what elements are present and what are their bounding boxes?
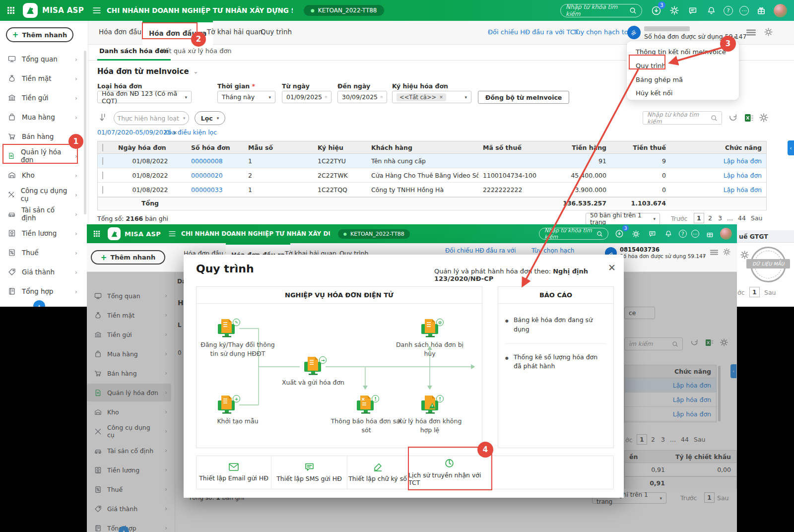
page-settings-gear-icon[interactable] [764, 28, 773, 36]
section-title-row[interactable]: Hóa đơn từ meInvoice ⌄ [97, 67, 198, 76]
table-row[interactable]: 01/08/2022 00000008 1 1C22TYU Tên nhà cu… [98, 154, 766, 168]
page-settings-gear-icon[interactable] [723, 248, 730, 256]
bg-page-next[interactable]: Sau [764, 289, 776, 296]
more-options-icon[interactable]: ⋯ [691, 230, 699, 238]
company-title[interactable]: CHI NHÁNH DOANH NGHIỆP TƯ NHÂN XÂY DỰNG … [181, 230, 330, 237]
col-mau-so[interactable]: Mẫu số [244, 144, 313, 151]
apps-grid-icon[interactable] [91, 228, 103, 240]
whats-new-icon[interactable] [704, 228, 716, 240]
invoice-number-link[interactable]: 00000033 [187, 186, 244, 194]
col-so-hoa-don[interactable]: Số hóa đơn [187, 144, 244, 151]
flow-node-khoi-tao-icon[interactable]: + [215, 394, 238, 415]
invoice-number-link[interactable]: 00000020 [187, 172, 244, 179]
sidebar-item-thue[interactable]: Thuế› [0, 243, 82, 262]
lap-hoa-don-link[interactable]: Lập hóa đơn [670, 157, 766, 165]
download-center-icon[interactable]: 3 [613, 228, 625, 240]
col-ngay-hoa-don[interactable]: Ngày hóa đơn [114, 144, 187, 151]
setup-sms-button[interactable]: Thiết lập SMS gửi HĐ [271, 456, 347, 489]
col-ky-hieu[interactable]: Ký hiệu [313, 144, 367, 151]
help-icon[interactable]: ? [724, 6, 733, 15]
sidebar-item-tong-quan[interactable]: Tổng quan› [0, 50, 82, 68]
bg-page-prev-fragment[interactable]: ớc [737, 289, 745, 296]
sidebar-item-mua-hang[interactable]: Mua hàng› [0, 108, 82, 127]
help-icon[interactable]: ? [679, 230, 687, 238]
session-badge[interactable]: ● KETOAN_2022-TT88 [304, 5, 384, 16]
page-3[interactable]: 3 [716, 213, 725, 223]
apps-grid-icon[interactable] [5, 4, 17, 16]
section-collapse-icon[interactable]: ⌄ [194, 68, 198, 75]
settings-gear-icon[interactable] [630, 228, 642, 240]
collapse-panel-tab[interactable]: ‹ [788, 140, 794, 155]
lap-hoa-don-link[interactable]: Lập hóa đơn [670, 172, 766, 179]
modal-close-icon[interactable]: ✕ [608, 262, 616, 273]
sidebar-item-tien-mat[interactable]: Tiền mặt› [0, 69, 82, 88]
chat-icon[interactable] [687, 4, 699, 16]
flow-node-xu-ly-icon[interactable]: ! [419, 394, 442, 415]
bg-gear-icon[interactable] [740, 251, 749, 259]
sort-icon[interactable] [99, 113, 107, 123]
session-badge[interactable]: ● KETOAN_2022-TT88 [338, 229, 410, 239]
meinvoice-caret-icon[interactable]: ▾ [703, 254, 705, 259]
rows-view-icon[interactable] [710, 249, 718, 256]
table-search-input[interactable]: Nhập từ khóa tìm kiếm [643, 111, 722, 125]
filter-type-select[interactable]: Hóa đơn NĐ 123 (Có mã CQT)▾ [97, 91, 192, 103]
sidebar-item-tien-luong[interactable]: Tiền lương› [0, 224, 82, 243]
flow-node-xuat-gui-icon[interactable]: → [302, 355, 325, 376]
sidebar-scrollbar[interactable] [84, 51, 86, 214]
page-next[interactable]: Sau [748, 213, 765, 223]
clear-filter-link[interactable]: Xóa điều kiện lọc [164, 129, 217, 136]
sidebar-item-tien-gui[interactable]: Tiền gửi› [0, 88, 82, 107]
filter-period-select[interactable]: Tháng này▾ [217, 91, 275, 103]
select-all-checkbox[interactable] [102, 144, 103, 151]
chip-remove-icon[interactable]: ✕ [439, 95, 443, 100]
report-item-thong-ke[interactable]: ● Thống kê số lượng hóa đơn đã phát hành [498, 344, 613, 381]
col-chuc-nang[interactable]: Chức năng [670, 144, 766, 151]
menu-item-huy-ket-noi[interactable]: Hủy kết nối [636, 89, 672, 97]
filter-from-date[interactable]: 01/09/2025 [282, 91, 331, 103]
page-44[interactable]: 44 [735, 213, 748, 223]
whats-new-icon[interactable] [755, 4, 767, 16]
chat-icon[interactable] [646, 228, 658, 240]
user-avatar[interactable] [774, 4, 787, 17]
flow-node-thong-bao-icon[interactable]: ! [354, 394, 377, 415]
report-item-bang-ke[interactable]: ● Bảng kê hóa đơn đang sử dụng [498, 304, 613, 343]
user-avatar[interactable] [720, 228, 732, 240]
lap-hoa-don-link[interactable]: Lập hóa đơn [670, 186, 766, 194]
bg-page-1[interactable]: 1 [749, 287, 760, 297]
sync-meinvoice-button[interactable]: Đồng bộ từ meInvoice [478, 91, 569, 104]
page-2[interactable]: 2 [706, 213, 715, 223]
filter-serial-multiselect[interactable]: <<Tất cả>>✕ ▾ [392, 91, 471, 103]
table-row[interactable]: 01/08/2022 00000020 2 2C22TWK Cửa Hàng C… [98, 168, 766, 183]
sidebar-item-gia-thanh[interactable]: Giá thành› [0, 263, 82, 281]
col-tien-hang[interactable]: Tiền hàng [541, 144, 611, 151]
sidebar-item-kho[interactable]: Kho› [0, 166, 82, 185]
flow-node-dang-ky-icon[interactable]: ✎ [215, 318, 238, 338]
refresh-icon[interactable] [728, 113, 738, 123]
company-title[interactable]: CHI NHÁNH DOANH NGHIỆP TƯ NHÂN XÂY DỰNG … [107, 6, 293, 14]
serial-chip[interactable]: <<Tất cả>>✕ [397, 93, 446, 101]
export-excel-icon[interactable] [744, 113, 754, 123]
tab-quy-trinh[interactable]: Quy trình [254, 21, 298, 45]
menu-burger-icon[interactable] [91, 4, 103, 16]
table-settings-gear-icon[interactable] [759, 113, 768, 122]
sidebar-collapse-up-button[interactable]: ▲ [33, 300, 45, 307]
col-tien-thue[interactable]: Tiền thuế [611, 144, 670, 151]
sidebar-item-cong-cu-dung-cu[interactable]: Công cụ dụng cụ› [0, 185, 82, 204]
rows-view-icon[interactable] [746, 29, 756, 36]
settings-gear-icon[interactable] [668, 4, 680, 16]
bulk-actions-button[interactable]: Thực hiện hàng loạt▾ [114, 111, 189, 125]
sidebar-item-tong-hop[interactable]: Tổng hợp› [0, 282, 82, 301]
invoice-number-link[interactable]: 00000008 [187, 157, 244, 165]
notifications-bell-icon[interactable] [705, 4, 717, 16]
setup-email-button[interactable]: Thiết lập Email gửi HĐ [197, 456, 271, 489]
quick-add-button[interactable]: + Thêm nhanh [6, 27, 73, 42]
meinvoice-usage[interactable]: Số hóa đơn được sử dụng 59.147 [620, 253, 706, 259]
notifications-bell-icon[interactable] [662, 228, 674, 240]
menu-item-bang-ghep-ma[interactable]: Bảng ghép mã [636, 76, 683, 83]
more-options-icon[interactable]: ⋯ [739, 6, 749, 15]
page-prev[interactable]: Trước [671, 215, 687, 222]
page-size-select[interactable]: 50 bản ghi trên 1 trang▾ [586, 213, 660, 225]
quick-add-button[interactable]: + Thêm nhanh [91, 250, 165, 265]
col-ma-so-thue[interactable]: Mã số thuế [478, 144, 541, 151]
row-checkbox[interactable] [102, 186, 103, 194]
